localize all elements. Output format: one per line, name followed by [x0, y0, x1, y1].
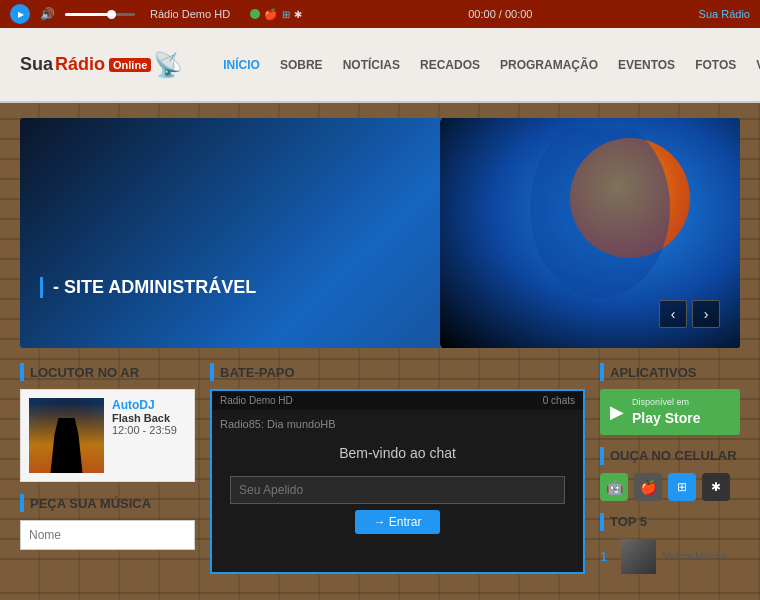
chat-users-count: 0 chats — [543, 395, 575, 406]
hero-person-svg — [460, 128, 680, 348]
volume-icon: 🔊 — [40, 7, 55, 21]
chat-header-text: Radio Demo HD — [220, 395, 293, 406]
nav-recados[interactable]: RECADOS — [410, 53, 490, 77]
logo-radio-area: Rádio — [55, 54, 105, 75]
celular-icons-group: 🤖 🍎 ⊞ ✱ — [600, 473, 740, 501]
play-store-button[interactable]: ▶ Disponível em Play Store — [600, 389, 740, 435]
apple-download-icon[interactable]: 🍎 — [634, 473, 662, 501]
locutor-image — [29, 398, 104, 473]
android-dot-icon — [250, 9, 260, 19]
main-content: LOCUTOR NO AR AutoDJ Flash Back 12:00 - … — [20, 363, 740, 574]
bate-papo-header: BATE-PAPO — [210, 363, 585, 381]
play-store-icon: ▶ — [610, 401, 624, 423]
main-nav: INÍCIO SOBRE NOTÍCIAS RECADOS PROGRAMAÇÃ… — [213, 53, 760, 77]
chat-welcome-text: Bem-vindo ao chat — [220, 445, 575, 461]
nav-fotos[interactable]: FOTOS — [685, 53, 746, 77]
volume-slider[interactable] — [65, 13, 135, 16]
right-column: APLICATIVOS ▶ Disponível em Play Store O… — [600, 363, 740, 574]
time-display: 00:00 / 00:00 — [468, 8, 532, 20]
station-name: Rádio Demo HD — [150, 8, 230, 20]
section-title-bar-chat — [210, 363, 214, 381]
windows-icon: ⊞ — [282, 9, 290, 20]
chat-message-area: Radio85: Dia mundoHB Bem-vindo ao chat E… — [212, 410, 583, 547]
enter-chat-button[interactable]: Entrar — [355, 510, 439, 534]
nav-noticias[interactable]: NOTÍCIAS — [333, 53, 410, 77]
nav-sobre[interactable]: SOBRE — [270, 53, 333, 77]
nav-eventos[interactable]: EVENTOS — [608, 53, 685, 77]
top5-item-1: 1 Melhor Música — [600, 539, 740, 574]
logo[interactable]: Sua Rádio Online 📡 — [20, 51, 183, 79]
locutor-section-header: LOCUTOR NO AR — [20, 363, 195, 381]
player-bar: 🔊 Rádio Demo HD 🍎 ⊞ ✱ 00:00 / 00:00 Sua … — [0, 0, 760, 28]
top5-header: TOP 5 — [600, 513, 740, 531]
blackberry-download-icon[interactable]: ✱ — [702, 473, 730, 501]
windows-download-icon[interactable]: ⊞ — [668, 473, 696, 501]
signal-icon: 📡 — [153, 51, 183, 79]
locutor-name[interactable]: AutoDJ — [112, 398, 177, 412]
section-title-bar-apps — [600, 363, 604, 381]
ouca-celular-title: OUÇA NO CELULAR — [610, 448, 737, 463]
nome-input[interactable] — [20, 520, 195, 550]
svg-point-0 — [530, 128, 670, 298]
locutor-time: 12:00 - 23:59 — [112, 424, 177, 436]
nav-videos[interactable]: VÍDEOS — [746, 53, 760, 77]
top5-thumb-1 — [621, 539, 656, 574]
aplicativos-section: APLICATIVOS ▶ Disponível em Play Store — [600, 363, 740, 435]
top5-num-1: 1 — [600, 549, 615, 564]
locutor-program: Flash Back — [112, 412, 177, 424]
chat-header: Radio Demo HD 0 chats — [212, 391, 583, 410]
peca-musica-header: PEÇA SUA MÚSICA — [20, 494, 195, 512]
play-store-name: Play Store — [632, 409, 700, 427]
logo-sua-text: Sua — [20, 54, 53, 75]
section-title-bar-peca — [20, 494, 24, 512]
section-title-bar-ouca — [600, 447, 604, 465]
nav-inicio[interactable]: INÍCIO — [213, 53, 270, 77]
locutor-title: LOCUTOR NO AR — [30, 365, 139, 380]
blackberry-icon: ✱ — [294, 9, 302, 20]
chat-box: Radio Demo HD 0 chats Radio85: Dia mundo… — [210, 389, 585, 574]
nav-programacao[interactable]: PROGRAMAÇÃO — [490, 53, 608, 77]
play-store-available: Disponível em — [632, 397, 700, 409]
play-store-text: Disponível em Play Store — [632, 397, 700, 427]
chat-message: Radio85: Dia mundoHB — [220, 418, 575, 430]
ouca-celular-section: OUÇA NO CELULAR 🤖 🍎 ⊞ ✱ — [600, 447, 740, 501]
nickname-input[interactable] — [230, 476, 565, 504]
top5-section: TOP 5 1 Melhor Música — [600, 513, 740, 574]
hero-text: - SITE ADMINISTRÁVEL — [40, 277, 256, 298]
mid-column: BATE-PAPO Radio Demo HD 0 chats Radio85:… — [210, 363, 585, 574]
locutor-info: AutoDJ Flash Back 12:00 - 23:59 — [112, 398, 177, 436]
hero-arrows: ‹ › — [659, 300, 720, 328]
peca-musica-title: PEÇA SUA MÚSICA — [30, 496, 151, 511]
bate-papo-title: BATE-PAPO — [220, 365, 295, 380]
aplicativos-title: APLICATIVOS — [610, 365, 696, 380]
chat-input-area: Entrar — [220, 471, 575, 539]
hero-next-button[interactable]: › — [692, 300, 720, 328]
section-title-bar-top5 — [600, 513, 604, 531]
hero-prev-button[interactable]: ‹ — [659, 300, 687, 328]
left-column: LOCUTOR NO AR AutoDJ Flash Back 12:00 - … — [20, 363, 195, 574]
ouca-celular-header: OUÇA NO CELULAR — [600, 447, 740, 465]
locutor-card: AutoDJ Flash Back 12:00 - 23:59 — [20, 389, 195, 482]
hero-banner: - SITE ADMINISTRÁVEL ‹ › — [20, 118, 740, 348]
section-title-bar-locutor — [20, 363, 24, 381]
top5-info-1: Melhor Música — [662, 551, 727, 562]
nav-bar: Sua Rádio Online 📡 INÍCIO SOBRE NOTÍCIAS… — [0, 28, 760, 103]
logo-online-badge: Online — [109, 58, 151, 72]
aplicativos-header: APLICATIVOS — [600, 363, 740, 381]
play-button[interactable] — [10, 4, 30, 24]
apple-icon: 🍎 — [264, 8, 278, 21]
platform-icons: 🍎 ⊞ ✱ — [250, 8, 302, 21]
android-download-icon[interactable]: 🤖 — [600, 473, 628, 501]
top5-title: TOP 5 — [610, 514, 647, 529]
logo-radio-text: Rádio — [55, 54, 105, 75]
site-link[interactable]: Sua Rádio — [699, 8, 750, 20]
